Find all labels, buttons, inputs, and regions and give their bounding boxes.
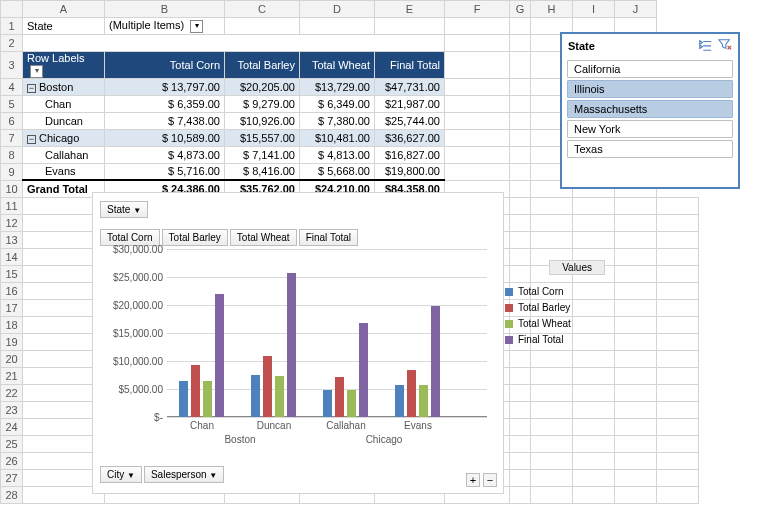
pivot-row-label[interactable]: Evans: [23, 163, 105, 180]
col-D[interactable]: D: [300, 1, 375, 18]
row-header-15[interactable]: 15: [1, 265, 23, 282]
col-J[interactable]: J: [615, 1, 657, 18]
slicer-item[interactable]: California: [567, 60, 733, 78]
row-header-6[interactable]: 6: [1, 112, 23, 129]
collapse-icon[interactable]: −: [27, 84, 36, 93]
row-header-17[interactable]: 17: [1, 299, 23, 316]
chart-axis-filter[interactable]: Salesperson ▼: [144, 466, 224, 483]
pivot-value[interactable]: $ 7,438.00: [105, 112, 225, 129]
pivot-subtotal-label[interactable]: −Boston: [23, 78, 105, 95]
bar[interactable]: [215, 294, 224, 417]
pivot-value[interactable]: $ 7,141.00: [225, 146, 300, 163]
bar[interactable]: [335, 377, 344, 417]
row-header-13[interactable]: 13: [1, 231, 23, 248]
slicer-item[interactable]: Massachusetts: [567, 100, 733, 118]
row-header-28[interactable]: 28: [1, 486, 23, 503]
row-header-22[interactable]: 22: [1, 384, 23, 401]
bar[interactable]: [287, 273, 296, 417]
bar[interactable]: [179, 381, 188, 417]
pivot-chart[interactable]: State ▼ Total CornTotal BarleyTotal Whea…: [92, 192, 504, 494]
chart-expand-button[interactable]: +: [466, 473, 480, 487]
bar[interactable]: [347, 390, 356, 417]
pivot-value[interactable]: $ 6,349.00: [300, 95, 375, 112]
slicer-item[interactable]: Illinois: [567, 80, 733, 98]
col-H[interactable]: H: [531, 1, 573, 18]
chart-series-button[interactable]: Total Barley: [162, 229, 228, 246]
row-header-20[interactable]: 20: [1, 350, 23, 367]
chart-series-button[interactable]: Total Wheat: [230, 229, 297, 246]
pivot-value[interactable]: $10,481.00: [300, 129, 375, 146]
bar[interactable]: [359, 323, 368, 417]
row-header-11[interactable]: 11: [1, 197, 23, 214]
row-header-25[interactable]: 25: [1, 435, 23, 452]
pivot-subtotal-label[interactable]: −Chicago: [23, 129, 105, 146]
bar[interactable]: [395, 385, 404, 417]
bar[interactable]: [323, 390, 332, 417]
bar[interactable]: [191, 365, 200, 417]
slicer-item[interactable]: New York: [567, 120, 733, 138]
row-header-10[interactable]: 10: [1, 180, 23, 197]
report-filter-value[interactable]: (Multiple Items) ▾: [105, 18, 225, 35]
row-header-12[interactable]: 12: [1, 214, 23, 231]
bar[interactable]: [407, 370, 416, 417]
row-header-19[interactable]: 19: [1, 333, 23, 350]
bar[interactable]: [251, 375, 260, 417]
row-header-24[interactable]: 24: [1, 418, 23, 435]
bar[interactable]: [419, 385, 428, 417]
col-C[interactable]: C: [225, 1, 300, 18]
pivot-header-rowlabels[interactable]: Row Labels ▾: [23, 52, 105, 79]
pivot-value[interactable]: $ 4,813.00: [300, 146, 375, 163]
row-header-16[interactable]: 16: [1, 282, 23, 299]
row-header-21[interactable]: 21: [1, 367, 23, 384]
pivot-row-label[interactable]: Chan: [23, 95, 105, 112]
chart-collapse-button[interactable]: −: [483, 473, 497, 487]
row-header-7[interactable]: 7: [1, 129, 23, 146]
pivot-value[interactable]: $47,731.00: [375, 78, 445, 95]
row-header-9[interactable]: 9: [1, 163, 23, 180]
slicer-item[interactable]: Texas: [567, 140, 733, 158]
pivot-value[interactable]: $36,627.00: [375, 129, 445, 146]
pivot-value[interactable]: $20,205.00: [225, 78, 300, 95]
pivot-value[interactable]: $ 4,873.00: [105, 146, 225, 163]
col-A[interactable]: A: [23, 1, 105, 18]
pivot-row-label[interactable]: Callahan: [23, 146, 105, 163]
bar[interactable]: [275, 376, 284, 417]
pivot-value[interactable]: $21,987.00: [375, 95, 445, 112]
pivot-value[interactable]: $ 10,589.00: [105, 129, 225, 146]
pivot-header-barley[interactable]: Total Barley: [225, 52, 300, 79]
col-G[interactable]: G: [510, 1, 531, 18]
row-header-2[interactable]: 2: [1, 35, 23, 52]
multiselect-icon[interactable]: [698, 38, 712, 54]
clear-filter-icon[interactable]: [718, 38, 732, 54]
row-header-3[interactable]: 3: [1, 52, 23, 79]
pivot-value[interactable]: $15,557.00: [225, 129, 300, 146]
pivot-header-corn[interactable]: Total Corn: [105, 52, 225, 79]
pivot-value[interactable]: $ 6,359.00: [105, 95, 225, 112]
row-header-5[interactable]: 5: [1, 95, 23, 112]
pivot-header-final[interactable]: Final Total: [375, 52, 445, 79]
chart-axis-filter[interactable]: City ▼: [100, 466, 142, 483]
row-header-23[interactable]: 23: [1, 401, 23, 418]
bar[interactable]: [203, 381, 212, 417]
collapse-icon[interactable]: −: [27, 135, 36, 144]
col-I[interactable]: I: [573, 1, 615, 18]
pivot-value[interactable]: $ 9,279.00: [225, 95, 300, 112]
pivot-value[interactable]: $ 13,797.00: [105, 78, 225, 95]
slicer-state[interactable]: State CaliforniaIllinoisMassachusettsNew…: [560, 32, 740, 189]
col-E[interactable]: E: [375, 1, 445, 18]
row-header-18[interactable]: 18: [1, 316, 23, 333]
pivot-row-label[interactable]: Duncan: [23, 112, 105, 129]
column-header-row[interactable]: A B C D E F G H I J: [1, 1, 699, 18]
pivot-value[interactable]: $16,827.00: [375, 146, 445, 163]
row-header-8[interactable]: 8: [1, 146, 23, 163]
row-header-26[interactable]: 26: [1, 452, 23, 469]
chart-series-button[interactable]: Final Total: [299, 229, 358, 246]
pivot-value[interactable]: $25,744.00: [375, 112, 445, 129]
row-header-14[interactable]: 14: [1, 248, 23, 265]
pivot-value[interactable]: $ 8,416.00: [225, 163, 300, 180]
filter-dropdown-icon[interactable]: ▾: [190, 20, 203, 33]
pivot-value[interactable]: $ 5,668.00: [300, 163, 375, 180]
row-header-4[interactable]: 4: [1, 78, 23, 95]
pivot-value[interactable]: $19,800.00: [375, 163, 445, 180]
pivot-value[interactable]: $ 7,380.00: [300, 112, 375, 129]
